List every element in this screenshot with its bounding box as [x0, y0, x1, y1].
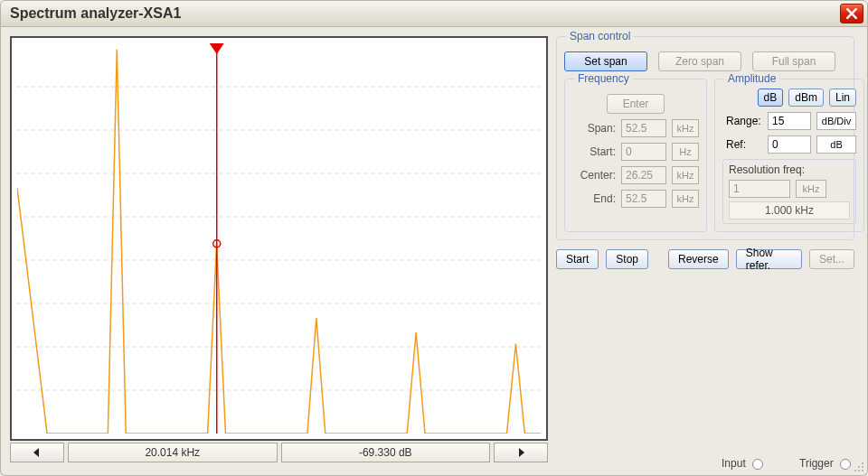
show-refer-button[interactable]: Show refer. [736, 249, 802, 269]
svg-rect-12 [858, 466, 860, 468]
input-radio-label[interactable]: Input [722, 457, 763, 470]
ref-unit: dB [816, 135, 856, 154]
start-input[interactable] [621, 143, 666, 161]
footer: Input Trigger [722, 457, 851, 470]
window-body: 20.014 kHz -69.330 dB Span control Set s… [0, 27, 868, 476]
resolution-input[interactable] [729, 180, 790, 198]
svg-rect-16 [862, 470, 863, 471]
trigger-radio-label[interactable]: Trigger [799, 457, 851, 470]
range-unit: dB/Div [816, 112, 856, 130]
scroll-left-button[interactable] [10, 443, 64, 462]
ref-input[interactable] [768, 135, 811, 154]
center-unit: kHz [672, 166, 699, 184]
svg-rect-13 [862, 466, 863, 468]
svg-marker-9 [210, 43, 224, 54]
stop-button[interactable]: Stop [606, 249, 648, 269]
span-input[interactable] [621, 119, 666, 137]
ref-label: Ref: [722, 135, 762, 154]
trigger-radio-icon [840, 459, 851, 470]
svg-rect-15 [858, 470, 860, 471]
start-label: Start: [572, 145, 616, 158]
range-label: Range: [722, 112, 762, 130]
cursor-frequency-readout: 20.014 kHz [68, 443, 278, 462]
svg-rect-11 [862, 462, 863, 464]
resolution-group: Resolution freq: kHz 1.000 kHz [722, 159, 856, 224]
readout-bar: 20.014 kHz -69.330 dB [10, 443, 548, 462]
control-panel: Span control Set span Zero span Full spa… [556, 36, 854, 269]
action-row: Start Stop Reverse Show refer. Set... [556, 249, 854, 269]
amplitude-group: Amplitude dB dBm Lin Range: dB/Div Ref: [714, 79, 864, 232]
window-close-button[interactable] [840, 4, 863, 23]
resolution-unit: kHz [796, 180, 826, 198]
center-label: Center: [572, 169, 616, 182]
full-span-button[interactable]: Full span [752, 51, 835, 71]
reverse-button[interactable]: Reverse [668, 249, 729, 269]
frequency-enter-button[interactable]: Enter [607, 94, 665, 114]
svg-rect-14 [854, 470, 856, 471]
start-unit: Hz [672, 143, 699, 161]
chart-area: 20.014 kHz -69.330 dB [10, 36, 548, 462]
window-title: Spectrum analyzer-XSA1 [10, 5, 181, 22]
spectrum-plot[interactable] [10, 36, 548, 441]
title-bar: Spectrum analyzer-XSA1 [0, 0, 868, 27]
resolution-value: 1.000 kHz [729, 201, 850, 219]
scroll-right-button[interactable] [494, 443, 548, 462]
close-icon [846, 8, 857, 19]
amplitude-legend: Amplitude [724, 72, 779, 85]
span-label: Span: [572, 122, 616, 135]
resolution-label: Resolution freq: [729, 163, 850, 176]
end-label: End: [572, 192, 616, 205]
arrow-right-icon [515, 448, 526, 457]
range-input[interactable] [768, 112, 811, 130]
end-unit: kHz [672, 190, 699, 208]
end-input[interactable] [621, 190, 666, 208]
arrow-left-icon [32, 448, 42, 457]
set-button[interactable]: Set... [809, 249, 854, 269]
span-control-group: Span control Set span Zero span Full spa… [556, 36, 854, 240]
span-control-legend: Span control [566, 30, 634, 42]
amp-db-button[interactable]: dB [758, 89, 784, 107]
frequency-legend: Frequency [574, 72, 633, 85]
input-radio-icon [752, 459, 763, 470]
set-span-button[interactable]: Set span [564, 51, 647, 71]
amp-dbm-button[interactable]: dBm [788, 89, 824, 107]
cursor-amplitude-readout: -69.330 dB [281, 443, 491, 462]
resize-grip-icon [853, 461, 865, 473]
start-button[interactable]: Start [556, 249, 599, 269]
span-unit: kHz [672, 119, 699, 137]
resize-grip[interactable] [853, 461, 865, 473]
amp-lin-button[interactable]: Lin [829, 89, 856, 107]
spectrum-plot-svg [17, 43, 541, 434]
center-input[interactable] [621, 166, 666, 184]
zero-span-button[interactable]: Zero span [658, 51, 741, 71]
frequency-group: Frequency Enter Span: kHz Start: Hz Cent… [564, 79, 707, 232]
